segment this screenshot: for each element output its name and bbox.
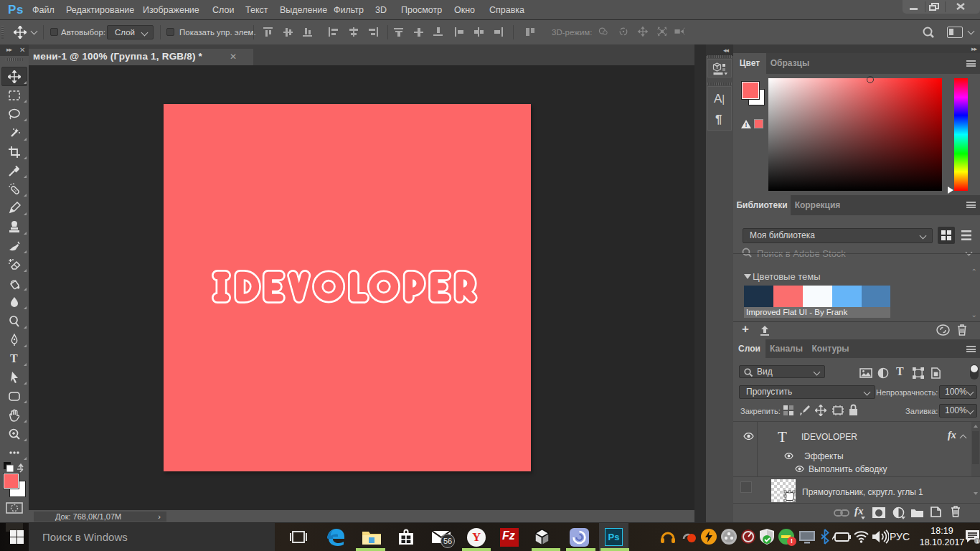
svg-text:1: 1: [976, 539, 979, 544]
svg-text:T: T: [10, 352, 18, 364]
